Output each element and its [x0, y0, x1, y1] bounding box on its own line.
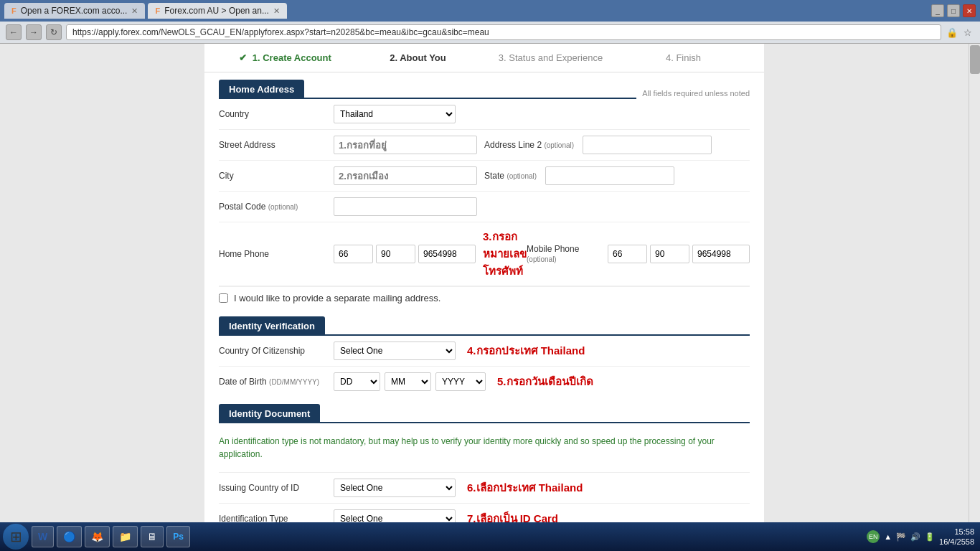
step-1-label: 1. Create Account: [253, 52, 331, 63]
mailing-checkbox-row: I would like to provide a separate maili…: [219, 286, 750, 309]
citizenship-label: Country Of Citizenship: [219, 346, 334, 356]
country-select[interactable]: Thailand: [334, 105, 456, 123]
taskbar-item-photoshop[interactable]: Ps: [166, 526, 190, 547]
city-input[interactable]: [334, 166, 477, 185]
flag-icon: 🏁: [896, 532, 906, 542]
all-fields-note: All fields required unless noted: [636, 89, 750, 99]
citizenship-row: Country Of Citizenship Select One 4.กรอก…: [219, 336, 750, 367]
street-address-label: Street Address: [219, 140, 334, 150]
citizenship-control: Select One 4.กรอกประเทศ Thailand: [334, 342, 750, 360]
start-button[interactable]: ⊞: [3, 524, 29, 550]
desktop-icon: 🖥: [147, 531, 157, 542]
mailing-checkbox[interactable]: [219, 293, 228, 303]
address-input[interactable]: [66, 24, 941, 40]
mobile-number-input[interactable]: [692, 245, 750, 263]
country-control: Thailand: [334, 105, 750, 123]
postal-code-input[interactable]: [334, 197, 477, 216]
home-address-header-container: Home Address All fields required unless …: [219, 80, 750, 99]
country-row: Country Thailand: [219, 99, 750, 130]
mobile-phone-inputs: [608, 245, 750, 263]
id-document-info-row: An identification type is not mandatory,…: [219, 423, 750, 473]
maximize-button[interactable]: □: [947, 4, 960, 17]
taskbar-right: EN ▲ 🏁 🔊 🔋 15:58 16/4/2558: [867, 527, 977, 547]
firefox-icon: 🦊: [91, 531, 103, 542]
taskbar-item-explorer[interactable]: 📁: [113, 526, 138, 547]
mailing-checkbox-label: I would like to provide a separate maili…: [234, 293, 440, 303]
taskbar-item-chrome[interactable]: 🔵: [57, 526, 82, 547]
state-label-text: State: [484, 171, 504, 181]
forward-nav-button[interactable]: →: [26, 24, 42, 40]
tab-2-close[interactable]: ✕: [273, 6, 280, 16]
tab-1-label: Open a FOREX.com acco...: [21, 6, 128, 16]
state-input[interactable]: [545, 166, 674, 185]
photoshop-icon: Ps: [173, 532, 184, 542]
step-about-you: 2. About You: [352, 52, 484, 63]
back-nav-button[interactable]: ←: [6, 24, 22, 40]
address-line2-label: Address Line 2 (optional): [484, 140, 574, 150]
issuing-country-row: Issuing Country of ID Select One 6.เลือก…: [219, 473, 750, 504]
state-optional: (optional): [507, 172, 537, 180]
battery-icon: 🔋: [925, 532, 935, 542]
id-document-line: [320, 422, 750, 423]
home-phone-cc-input[interactable]: [334, 245, 373, 263]
home-phone-area-input[interactable]: [376, 245, 415, 263]
star-icon[interactable]: ☆: [961, 26, 974, 39]
issuing-country-control: Select One 6.เลือกประเทศ Thailand: [334, 479, 750, 497]
id-verification-header-row: Identity Verification: [219, 316, 750, 336]
close-button[interactable]: ✕: [963, 4, 976, 17]
tab-1-close[interactable]: ✕: [131, 6, 138, 16]
dob-label: Date of Birth (DD/MM/YYYY): [219, 377, 334, 387]
id-verification-line: [325, 334, 750, 336]
dob-annotation: 5.กรอกวันเดือนปีเกิด: [497, 373, 593, 390]
speaker-icon: 🔊: [910, 532, 920, 542]
mobile-area-input[interactable]: [650, 245, 689, 263]
window-controls: _ □ ✕: [931, 4, 976, 17]
dob-mm-select[interactable]: MM: [385, 372, 431, 391]
address-icons: 🔒 ☆: [946, 26, 974, 39]
citizenship-select[interactable]: Select One: [334, 342, 456, 360]
wifi-icon: EN: [867, 530, 880, 543]
taskbar-item-word[interactable]: W: [32, 526, 54, 547]
home-address-title: Home Address: [229, 84, 294, 95]
street-address-input[interactable]: [334, 136, 477, 154]
dob-control: DD MM YYYY 5.กรอกวันเดือนปีเกิด: [334, 372, 750, 391]
tab-1[interactable]: F Open a FOREX.com acco... ✕: [4, 3, 145, 19]
city-state-row: City State (optional): [219, 161, 750, 192]
checkmark-icon: ✔: [239, 52, 247, 63]
phone-annotation: 3.กรอกหมายเลขโทรศัพท์: [483, 228, 527, 280]
home-phone-number-input[interactable]: [418, 245, 476, 263]
taskbar-item-desktop[interactable]: 🖥: [141, 526, 164, 547]
issuing-country-select[interactable]: Select One: [334, 479, 456, 497]
address-line2-right: Address Line 2 (optional): [484, 136, 750, 154]
taskbar-item-firefox[interactable]: 🦊: [85, 526, 110, 547]
section-header-row: Home Address All fields required unless …: [219, 80, 750, 99]
taskbar: ⊞ W 🔵 🦊 📁 🖥 Ps EN ▲ 🏁 🔊 🔋 15:58 16/4/255…: [0, 522, 980, 551]
word-icon: W: [38, 531, 47, 542]
time: 15:58: [939, 527, 974, 537]
state-label: State (optional): [484, 171, 537, 181]
id-document-header-row: Identity Document: [219, 404, 750, 423]
citizenship-annotation: 4.กรอกประเทศ Thailand: [467, 342, 585, 359]
home-phone-label: Home Phone: [219, 249, 334, 259]
tab-2[interactable]: F Forex.com AU > Open an... ✕: [148, 3, 286, 19]
mobile-phone-right: Mobile Phone (optional): [527, 244, 750, 264]
step-status: 3. Status and Experience: [484, 52, 617, 63]
postal-code-control: [334, 197, 750, 216]
address-line2-optional: (optional): [544, 141, 574, 149]
home-phone-inputs: [334, 245, 476, 263]
id-document-title: Identity Document: [229, 408, 310, 419]
address-line2-input[interactable]: [583, 136, 712, 154]
dob-yyyy-select[interactable]: YYYY: [435, 372, 486, 391]
step-finish: 4. Finish: [617, 52, 750, 63]
dob-label-text: Date of Birth: [219, 377, 267, 387]
refresh-button[interactable]: ↻: [46, 24, 62, 40]
page-wrapper: ✔ 1. Create Account 2. About You 3. Stat…: [0, 44, 980, 551]
dob-dd-select[interactable]: DD: [334, 372, 380, 391]
scrollbar[interactable]: [969, 44, 980, 551]
address-line2-label-text: Address Line 2: [484, 140, 542, 150]
minimize-button[interactable]: _: [931, 4, 944, 17]
scroll-area: ✔ 1. Create Account 2. About You 3. Stat…: [0, 44, 969, 551]
home-phone-left: Home Phone 3.กรอกหมายเลขโทรศัพท์: [219, 228, 527, 280]
security-icon: 🔒: [946, 26, 958, 39]
mobile-cc-input[interactable]: [608, 245, 647, 263]
